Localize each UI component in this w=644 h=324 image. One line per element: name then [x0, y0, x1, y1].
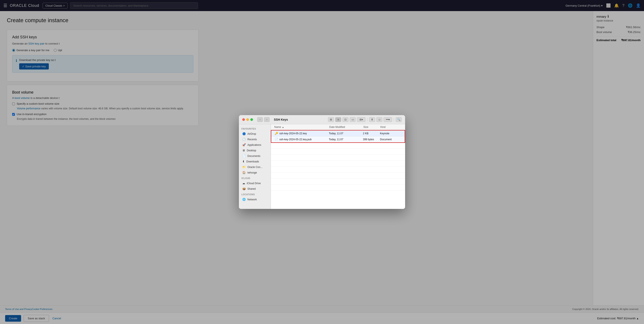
- pub-file-icon: 📄: [275, 138, 278, 141]
- airdrop-icon: 🔵: [242, 132, 246, 135]
- finder-window: ‹ › SSH Keys ⊞ ≡ ⊡ ▭ ⊞▾ ⬆ ◇ •••▾ 🔍 F: [239, 115, 405, 209]
- finder-toolbar: ⊞ ≡ ⊡ ▭ ⊞▾ ⬆ ◇ •••▾ 🔍: [328, 117, 402, 122]
- empty-row-4: [271, 161, 405, 167]
- sidebar-item-iwhooge[interactable]: 🏠 iwhooge: [240, 170, 270, 175]
- file-name-pub: 📄 ssh-key-2024-05-22.key.pub: [275, 138, 329, 141]
- empty-row-2: [271, 149, 405, 155]
- sidebar-item-recents[interactable]: 🕐 Recents: [240, 137, 270, 142]
- sidebar-item-downloads[interactable]: ⬇ Downloads: [240, 159, 270, 164]
- sidebar-item-airdrop[interactable]: 🔵 AirDrop: [240, 131, 270, 136]
- list-view-button[interactable]: ≡: [335, 117, 341, 122]
- file-size-key: 2 KB: [363, 132, 380, 135]
- file-date-key: Today, 11:07: [329, 132, 363, 135]
- empty-row-1: [271, 143, 405, 149]
- sidebar-item-applications[interactable]: 🚀 Applications: [240, 142, 270, 148]
- recents-icon: 🕐: [242, 138, 246, 141]
- traffic-lights: [242, 118, 253, 121]
- sidebar-item-shared[interactable]: 📦 Shared: [240, 186, 270, 192]
- name-column-header[interactable]: Name ▲: [274, 126, 329, 128]
- forward-button[interactable]: ›: [264, 117, 270, 122]
- gallery-view-button[interactable]: ▭: [350, 117, 356, 122]
- finder-table-header: Name ▲ Date Modified Size Kind: [271, 124, 405, 130]
- finder-titlebar: ‹ › SSH Keys ⊞ ≡ ⊡ ▭ ⊞▾ ⬆ ◇ •••▾ 🔍: [239, 115, 405, 124]
- shared-icon: 📦: [242, 187, 246, 190]
- icon-view-button[interactable]: ⊞: [328, 117, 334, 122]
- empty-row-8: [271, 184, 405, 190]
- iwhooge-label: iwhooge: [248, 171, 257, 174]
- column-view-button[interactable]: ⊡: [342, 117, 348, 122]
- empty-row-5: [271, 167, 405, 173]
- empty-row-6: [271, 173, 405, 179]
- close-window-button[interactable]: [242, 118, 245, 121]
- share-button[interactable]: ⬆: [369, 117, 375, 122]
- empty-row-3: [271, 155, 405, 161]
- empty-row-7: [271, 179, 405, 184]
- locations-label: Locations: [239, 192, 271, 196]
- file-kind-key: Keynote: [380, 132, 401, 135]
- toolbar-separator-2: [394, 118, 394, 122]
- more-button[interactable]: •••▾: [384, 117, 392, 122]
- finder-main-pane: Name ▲ Date Modified Size Kind 🔑 ssh-key…: [271, 124, 405, 209]
- file-kind-pub: Document: [380, 138, 401, 141]
- applications-label: Applications: [248, 144, 261, 146]
- desktop-label: Desktop: [247, 149, 256, 152]
- sidebar-item-oracle[interactable]: 📁 Oracle Con...: [240, 164, 270, 170]
- network-icon: 🌐: [242, 198, 246, 201]
- date-modified-column-header[interactable]: Date Modified: [329, 126, 363, 128]
- finder-title: SSH Keys: [274, 118, 288, 121]
- downloads-icon: ⬇: [242, 160, 245, 163]
- finder-sidebar: Favourites 🔵 AirDrop 🕐 Recents 🚀 Applica…: [239, 124, 271, 209]
- finder-overlay: ‹ › SSH Keys ⊞ ≡ ⊡ ▭ ⊞▾ ⬆ ◇ •••▾ 🔍 F: [0, 0, 644, 314]
- file-name-key: 🔑 ssh-key-2024-05-22.key: [275, 132, 329, 135]
- finder-navigation: ‹ ›: [257, 117, 270, 122]
- sidebar-item-network[interactable]: 🌐 Network: [240, 197, 270, 202]
- shared-label: Shared: [248, 187, 256, 190]
- file-date-pub: Today, 11:07: [329, 138, 363, 141]
- group-view-button[interactable]: ⊞▾: [357, 117, 366, 122]
- downloads-label: Downloads: [246, 160, 259, 163]
- name-sort-arrow: ▲: [282, 126, 284, 128]
- sidebar-item-documents[interactable]: 📄 Documents: [240, 153, 270, 158]
- finder-body: Favourites 🔵 AirDrop 🕐 Recents 🚀 Applica…: [239, 124, 405, 209]
- sidebar-item-desktop[interactable]: 🖥 Desktop: [240, 148, 270, 153]
- file-row-pub[interactable]: 📄 ssh-key-2024-05-22.key.pub Today, 11:0…: [271, 136, 405, 142]
- icloud-label: iCloud: [239, 176, 271, 180]
- favourites-label: Favourites: [239, 126, 271, 131]
- toolbar-separator-1: [367, 118, 368, 122]
- oracle-folder-icon: 📁: [242, 166, 246, 168]
- search-button[interactable]: 🔍: [396, 117, 402, 122]
- kind-column-header[interactable]: Kind: [380, 126, 402, 128]
- maximize-window-button[interactable]: [250, 118, 253, 121]
- documents-label: Documents: [248, 154, 260, 158]
- file-row-key[interactable]: 🔑 ssh-key-2024-05-22.key Today, 11:07 2 …: [271, 130, 405, 136]
- applications-icon: 🚀: [242, 143, 246, 146]
- icloud-drive-icon: ☁: [242, 182, 245, 185]
- file-size-pub: 399 bytes: [363, 138, 380, 141]
- network-label: Network: [248, 198, 257, 201]
- sidebar-item-icloud-drive[interactable]: ☁ iCloud Drive: [240, 180, 270, 186]
- size-column-header[interactable]: Size: [363, 126, 380, 128]
- home-icon: 🏠: [242, 171, 246, 174]
- tag-button[interactable]: ◇: [376, 117, 382, 122]
- desktop-icon: 🖥: [242, 149, 245, 152]
- oracle-folder-label: Oracle Con...: [248, 166, 262, 168]
- minimize-window-button[interactable]: [246, 118, 249, 121]
- recents-label: Recents: [248, 138, 257, 141]
- airdrop-label: AirDrop: [248, 132, 256, 135]
- documents-icon: 📄: [242, 154, 246, 158]
- icloud-drive-label: iCloud Drive: [247, 182, 261, 185]
- back-button[interactable]: ‹: [257, 117, 263, 122]
- key-file-icon: 🔑: [275, 132, 278, 135]
